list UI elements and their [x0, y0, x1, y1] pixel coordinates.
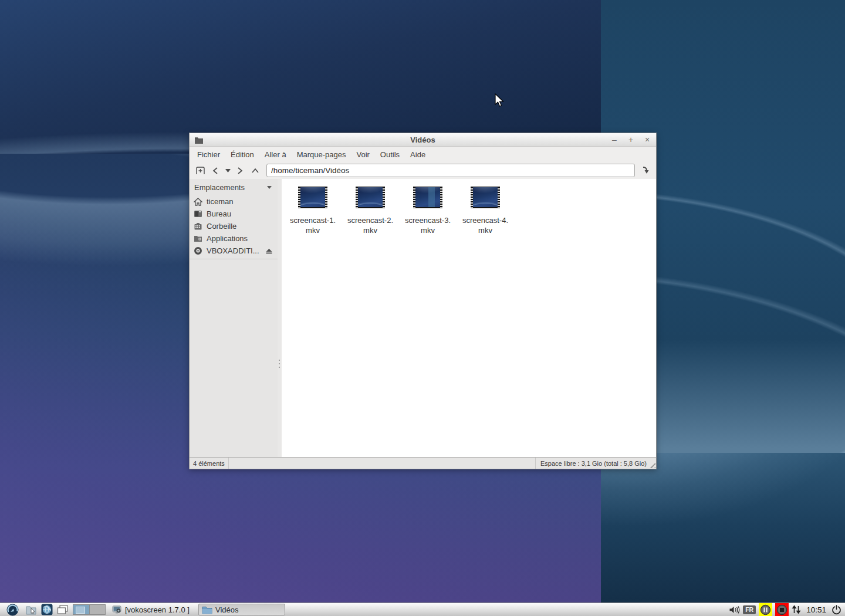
volume-icon[interactable] [729, 605, 740, 614]
sidebar-item-label: Bureau [207, 209, 231, 218]
workspace-pager[interactable] [73, 604, 106, 615]
wallpaper-tile-right-bottom [601, 453, 845, 616]
taskbar: [vokoscreen 1.7.0 ] Vidéos FR 10:51 [0, 603, 845, 616]
sidebar-item-label: VBOXADDITI... [207, 246, 259, 255]
free-space: Espace libre : 3,1 Gio (total : 5,8 Gio) [535, 458, 656, 469]
workspace-2[interactable] [89, 605, 105, 614]
back-button[interactable] [208, 164, 223, 178]
windows-icon [57, 605, 69, 615]
task-label: [vokoscreen 1.7.0 ] [125, 605, 190, 614]
home-icon [194, 198, 202, 206]
mouse-cursor [494, 93, 506, 109]
path-input[interactable] [266, 164, 635, 177]
item-count: 4 éléments [190, 460, 228, 467]
new-tab-button[interactable] [192, 164, 208, 178]
sidebar-item-corbeille[interactable]: Corbeille [190, 220, 278, 232]
window-titlebar[interactable]: Vidéos – + × [190, 133, 656, 147]
system-tray: FR 10:51 [729, 603, 843, 616]
sidebar-header-label: Emplacements [194, 183, 245, 192]
file-manager-window: Vidéos – + × Fichier Édition Aller à Mar… [189, 133, 657, 469]
splitter-handle-icon [279, 360, 280, 368]
sidebar: Emplacements ticeman Bureau Corbeille Ap… [190, 179, 278, 457]
sidebar-item-label: Applications [207, 234, 248, 243]
menu-aller-a[interactable]: Aller à [259, 148, 292, 161]
toolbar [190, 162, 656, 179]
globe-icon [41, 604, 53, 615]
workspace-1[interactable] [73, 605, 89, 614]
menu-fichier[interactable]: Fichier [192, 148, 225, 161]
sidebar-item-label: ticeman [207, 197, 234, 206]
video-thumbnail-icon [298, 187, 327, 208]
trash-icon [194, 222, 202, 230]
menu-outils[interactable]: Outils [375, 148, 405, 161]
file-screencast-2[interactable]: screencast-2.mkv [342, 187, 399, 235]
folder-icon [202, 605, 212, 614]
file-manager-launcher[interactable] [23, 604, 38, 616]
video-thumbnail-icon [413, 187, 442, 208]
file-screencast-4[interactable]: screencast-4.mkv [457, 187, 514, 235]
video-thumbnail-icon [471, 187, 500, 208]
video-thumbnail-icon [356, 187, 385, 208]
folder-cursor-icon [25, 604, 37, 615]
network-icon[interactable] [792, 605, 801, 614]
menu-aide[interactable]: Aide [405, 148, 431, 161]
vokoscreen-pause-tray-icon[interactable] [759, 603, 772, 616]
menu-voir[interactable]: Voir [351, 148, 374, 161]
window-body: Emplacements ticeman Bureau Corbeille Ap… [190, 179, 656, 457]
maximize-button[interactable]: + [627, 134, 635, 145]
sidebar-separator [190, 259, 278, 259]
file-name: screencast-1.mkv [290, 216, 336, 235]
jump-to-path-icon[interactable] [638, 164, 653, 178]
up-button[interactable] [248, 164, 263, 178]
history-dropdown-icon[interactable] [223, 164, 232, 178]
sidebar-item-home[interactable]: ticeman [190, 195, 278, 208]
menu-bar: Fichier Édition Aller à Marque-pages Voi… [190, 147, 656, 162]
file-screencast-1[interactable]: screencast-1.mkv [284, 187, 342, 235]
chevron-down-icon [267, 186, 272, 189]
status-bar: 4 éléments Espace libre : 3,1 Gio (total… [190, 457, 656, 469]
lubuntu-logo-icon [6, 604, 19, 616]
file-name: screencast-3.mkv [405, 216, 451, 235]
vokoscreen-icon [112, 605, 122, 614]
desktop-icon [194, 210, 202, 218]
clock[interactable]: 10:51 [806, 605, 826, 614]
disc-icon [194, 246, 202, 255]
task-vokoscreen[interactable]: [vokoscreen 1.7.0 ] [109, 604, 196, 615]
sidebar-item-bureau[interactable]: Bureau [190, 208, 278, 220]
sidebar-item-label: Corbeille [207, 222, 236, 231]
applications-icon [194, 235, 202, 242]
sidebar-item-vboxadditions[interactable]: VBOXADDITI... [190, 245, 278, 257]
task-videos[interactable]: Vidéos [198, 604, 285, 615]
task-label: Vidéos [215, 605, 239, 614]
pane-splitter[interactable] [278, 179, 282, 457]
close-button[interactable]: × [643, 134, 651, 145]
forward-button[interactable] [232, 164, 248, 178]
file-name: screencast-2.mkv [347, 216, 393, 235]
menu-edition[interactable]: Édition [225, 148, 259, 161]
window-title: Vidéos [190, 136, 656, 144]
menu-marque-pages[interactable]: Marque-pages [292, 148, 351, 161]
minimize-button[interactable]: – [610, 134, 618, 145]
file-name: screencast-4.mkv [462, 216, 508, 235]
file-pane[interactable]: screencast-1.mkv screencast-2.mkv screen… [282, 179, 656, 457]
vokoscreen-stop-tray-icon[interactable] [775, 603, 789, 616]
show-desktop-button[interactable] [55, 604, 70, 616]
wallpaper-tile-top-left [0, 0, 601, 154]
keyboard-layout-indicator[interactable]: FR [743, 605, 756, 614]
file-screencast-3[interactable]: screencast-3.mkv [399, 187, 457, 235]
start-menu-button[interactable] [2, 604, 23, 616]
eject-icon[interactable] [265, 248, 273, 254]
sidebar-item-applications[interactable]: Applications [190, 232, 278, 245]
sidebar-mode-selector[interactable]: Emplacements [190, 181, 278, 195]
web-browser-launcher[interactable] [39, 604, 54, 616]
power-icon[interactable] [832, 605, 841, 615]
